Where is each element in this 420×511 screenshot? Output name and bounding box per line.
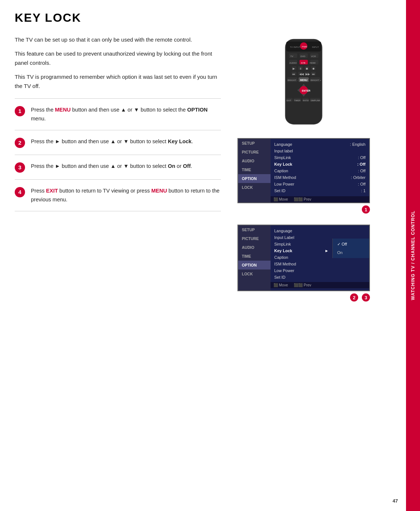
step-text-3: Press the ► button and then use ▲ or ▼ b… <box>31 162 192 171</box>
svg-text:TV INPUT: TV INPUT <box>290 46 301 48</box>
menu1-row-lowpower: Low Power: Off <box>274 181 366 187</box>
menu2-row-keylock: Key Lock► <box>274 247 329 254</box>
main-content: KEY LOCK The TV can be set up so that it… <box>0 0 406 511</box>
menu2-submenu: ✓ Off On <box>332 239 369 258</box>
exit-keyword: EXIT <box>46 188 58 194</box>
step-4: 4 Press EXIT button to return to TV view… <box>15 180 221 211</box>
off-keyword: Off <box>183 163 191 169</box>
menu1-row-keylock: Key Lock: Off <box>274 161 366 168</box>
description-2: This feature can be used to prevent unau… <box>15 49 221 68</box>
menu2-row-inputlabel: Input Label <box>274 234 329 241</box>
menu2-row-ism: ISM Method <box>274 261 329 267</box>
menu1-item-audio: AUDIO <box>238 156 271 165</box>
menu1-row-setid: Set ID: 1 <box>274 187 366 194</box>
menu1-footer: ⬛ Move⬛⬛ Prev <box>271 196 369 202</box>
menu1-item-picture: PICTURE <box>238 148 271 156</box>
menu2-item-lock: LOCK <box>238 269 271 278</box>
svg-text:STB: STB <box>301 61 306 64</box>
svg-text:VCR: VCR <box>311 55 316 57</box>
step-number-2: 2 <box>15 138 25 148</box>
svg-text:BRIGHT -: BRIGHT - <box>287 79 297 81</box>
svg-text:MENU: MENU <box>300 79 307 81</box>
svg-text:PWR: PWR <box>302 45 307 48</box>
svg-text:INPUT: INPUT <box>312 46 319 48</box>
step-number-4: 4 <box>15 187 25 197</box>
svg-text:⏭: ⏭ <box>312 73 315 76</box>
svg-text:EXIT: EXIT <box>287 99 292 102</box>
badge-3: 3 <box>362 293 370 302</box>
svg-text:HDMI: HDMI <box>310 61 315 64</box>
step-text-1: Press the MENU button and then use ▲ or … <box>31 105 221 123</box>
menu2-footer: ⬛ Move⬛⬛ Prev <box>271 282 369 288</box>
menu1-row-language: Language: English <box>274 141 366 148</box>
svg-text:◀◀: ◀◀ <box>299 73 304 76</box>
description-1: The TV can be set up so that it can only… <box>15 35 221 45</box>
page-title: KEY LOCK <box>15 11 391 25</box>
menu1-item-time: TIME <box>238 165 271 174</box>
svg-text:⏺: ⏺ <box>312 67 315 70</box>
svg-text:RATIO: RATIO <box>303 99 309 102</box>
remote-container: TV INPUT PWR INPUT TV DVD VCR AUDIO STB <box>267 35 340 131</box>
menu1-row-inputlabel: Input label <box>274 148 366 154</box>
step-number-3: 3 <box>15 162 25 173</box>
svg-text:TIMER: TIMER <box>294 99 300 102</box>
badge-1: 1 <box>362 205 370 214</box>
svg-text:ENTER: ENTER <box>302 89 310 92</box>
left-column: The TV can be set up so that it can only… <box>15 35 221 302</box>
menu-keyword-1: MENU <box>55 107 71 113</box>
menu2-row-setid: Set ID <box>274 274 329 281</box>
svg-text:▶▶: ▶▶ <box>306 73 310 76</box>
svg-text:▶: ▶ <box>293 67 295 70</box>
menu2-row-language: Language <box>274 228 329 234</box>
menu1-row-simplink: SimpLink: Off <box>274 154 366 161</box>
menu2-row-lowpower: Low Power <box>274 267 329 274</box>
svg-text:AUDIO: AUDIO <box>289 61 297 64</box>
step-number-1: 1 <box>15 106 25 116</box>
svg-text:⏮: ⏮ <box>292 73 295 76</box>
svg-text:⏹: ⏹ <box>306 67 308 70</box>
on-keyword: On <box>168 163 175 169</box>
menu-keyword-4: MENU <box>151 188 167 194</box>
menu1-item-lock: LOCK <box>238 183 271 192</box>
menu1-item-setup: SETUP <box>238 139 271 148</box>
step-1: 1 Press the MENU button and then use ▲ o… <box>15 98 221 130</box>
menu2-item-picture: PICTURE <box>238 234 271 243</box>
option-keyword-1: OPTION <box>187 107 208 113</box>
menu2-item-time: TIME <box>238 252 271 261</box>
menu2-item-setup: SETUP <box>238 225 271 234</box>
right-column: TV INPUT PWR INPUT TV DVD VCR AUDIO STB <box>232 35 375 302</box>
step-2: 2 Press the ► button and then use ▲ or ▼… <box>15 130 221 155</box>
menu2-row-caption: Caption <box>274 254 329 261</box>
sidebar-label: WATCHING TV / CHANNEL CONTROL <box>410 211 416 300</box>
menu1-row-ism: ISM Method: Orbiter <box>274 174 366 181</box>
keylock-keyword: Key Lock <box>168 138 191 144</box>
description-3: This TV is programmed to remember which … <box>15 72 221 91</box>
menu2-row-simplink: SimpLink <box>274 241 329 247</box>
menu1-item-option: OPTION <box>238 174 271 183</box>
steps-section: 1 Press the MENU button and then use ▲ o… <box>15 98 221 212</box>
step-3: 3 Press the ► button and then use ▲ or ▼… <box>15 155 221 180</box>
svg-text:SIMPLINK: SIMPLINK <box>311 99 320 102</box>
page-number: 47 <box>393 498 398 504</box>
menu1-row-caption: Caption: Off <box>274 168 366 174</box>
menu-screenshot-2: SETUP PICTURE AUDIO TIME OPTION LOCK Lan… <box>237 225 370 302</box>
menu2-item-audio: AUDIO <box>238 243 271 252</box>
svg-text:⏸: ⏸ <box>299 67 302 70</box>
svg-text:DVD: DVD <box>300 55 306 57</box>
menu2-sub-off: ✓ Off <box>333 240 369 249</box>
menu-screenshot-1: SETUP PICTURE AUDIO TIME OPTION LOCK Lan… <box>237 138 370 214</box>
badge-2: 2 <box>350 293 358 302</box>
remote-image: TV INPUT PWR INPUT TV DVD VCR AUDIO STB <box>269 37 339 129</box>
svg-text:BRIGHT +: BRIGHT + <box>311 79 321 81</box>
step-text-4: Press EXIT button to return to TV viewin… <box>31 186 221 204</box>
menu2-item-option: OPTION <box>238 261 271 269</box>
step-text-2: Press the ► button and then use ▲ or ▼ b… <box>31 137 193 146</box>
svg-text:TV: TV <box>290 55 294 57</box>
content-layout: The TV can be set up so that it can only… <box>15 35 391 302</box>
sidebar: WATCHING TV / CHANNEL CONTROL <box>406 0 420 511</box>
menu2-sub-on: On <box>333 249 369 257</box>
